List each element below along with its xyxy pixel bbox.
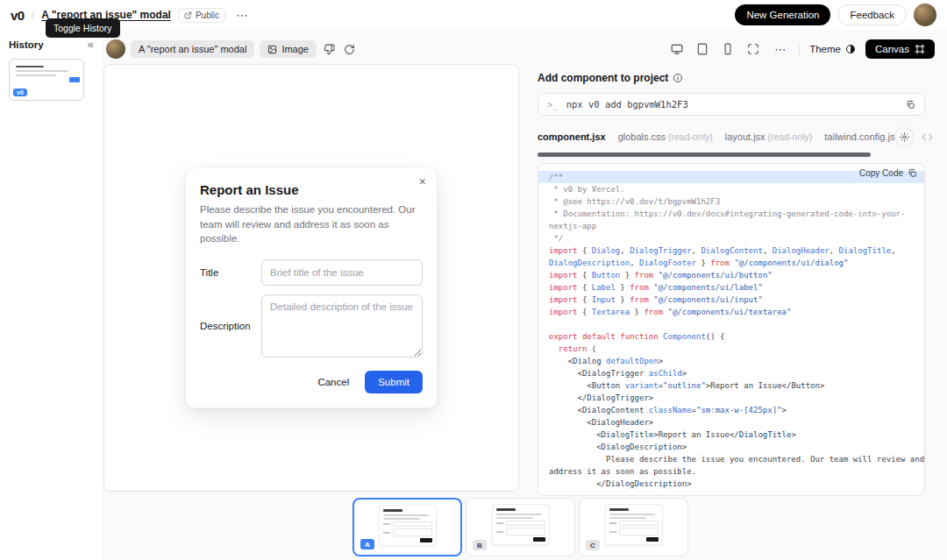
copy-command-button[interactable] [906,100,915,110]
thumbs-down-icon [324,44,335,55]
copy-code-label: Copy Code [859,168,903,178]
modal-title: Report an Issue [200,182,423,197]
theme-button[interactable]: Theme [809,44,856,54]
toolbar-more-button[interactable]: ⋯ [771,41,789,58]
tabs-scrollbar[interactable] [538,152,871,157]
workspace: A "report an issue" modal Image [103,30,947,560]
copy-code-button[interactable]: Copy Code [859,168,917,178]
phone-icon [722,43,734,55]
close-icon[interactable]: × [419,175,426,188]
report-issue-modal: × Report an Issue Please describe the is… [185,167,438,408]
add-component-heading: Add component to project [538,72,668,84]
code-icon [922,131,933,143]
gear-icon [900,132,909,142]
variant-c[interactable]: C [579,498,688,556]
variant-label-badge: A [360,539,374,549]
tablet-view-button[interactable] [694,41,710,57]
history-item[interactable]: v0 [9,59,84,101]
canvas-button[interactable]: Canvas [865,39,935,59]
title-input[interactable] [261,259,423,286]
visibility-badge[interactable]: Public [178,8,225,23]
info-icon[interactable] [673,73,683,83]
history-title: History [9,39,44,50]
history-preview-accent [69,77,80,82]
breadcrumb-separator: / [32,9,35,22]
title-label: Title [200,267,251,278]
prompt-chip[interactable]: A "report an issue" modal [131,40,254,58]
code-viewer: Copy Code /** * v0 by Vercel. * @see htt… [538,163,925,496]
submit-button[interactable]: Submit [365,371,423,393]
image-attachment-chip[interactable]: Image [260,40,317,58]
v0-logo[interactable]: v0 [11,8,25,23]
v0-app: v0 / A "report an issue" modal Public ⋯ … [0,0,947,560]
fullscreen-button[interactable] [745,41,761,57]
variants-row: ABC [352,498,688,556]
image-icon [267,45,277,54]
history-sidebar: History « v0 [0,30,103,560]
desktop-view-button[interactable] [669,41,685,57]
user-avatar[interactable] [914,4,936,26]
tab-component.jsx[interactable]: component.jsx [538,131,606,142]
collapse-sidebar-button[interactable]: « [88,38,94,51]
canvas-label: Canvas [875,44,909,54]
feedback-button[interactable]: Feedback [837,4,907,25]
new-generation-button[interactable]: New Generation [735,4,830,25]
description-textarea[interactable] [261,294,423,358]
variant-a[interactable]: A [352,498,462,556]
regenerate-button[interactable] [342,42,357,57]
variant-preview [605,504,663,545]
mobile-view-button[interactable] [720,41,736,57]
refresh-icon [344,44,355,55]
visibility-label: Public [196,11,219,20]
code-block[interactable]: /** * v0 by Vercel. * @see https://v0.de… [538,164,924,490]
variant-b[interactable]: B [466,498,575,556]
external-link-icon [184,11,192,19]
frame-icon [915,44,925,54]
tab-tailwind.config.js[interactable]: tailwind.config.js [824,131,894,142]
tab-globals.css[interactable]: globals.css (read-only) [618,131,713,142]
tablet-icon [696,43,708,55]
image-chip-label: Image [281,44,309,54]
code-tabs: component.jsxglobals.css (read-only)layo… [538,131,894,142]
canvas-toolbar: A "report an issue" modal Image [106,39,935,60]
toggle-history-tooltip: Toggle History [46,18,120,38]
code-panel: Add component to project >_ npx v0 add b… [538,72,925,496]
history-item-preview [16,66,77,79]
prompt-avatar[interactable] [106,39,125,59]
monitor-icon [671,43,683,55]
version-badge: v0 [13,89,27,96]
settings-button[interactable] [894,127,914,146]
install-command: npx v0 add bgpvmW1h2F3 [566,99,688,110]
toolbar-divider [799,43,800,55]
preview-canvas: × Report an Issue Please describe the is… [103,64,519,492]
cancel-button[interactable]: Cancel [307,371,360,393]
header-more-button[interactable]: ⋯ [232,7,251,24]
variant-label-badge: C [586,540,600,550]
variant-label-badge: B [473,540,487,550]
tab-layout.jsx[interactable]: layout.jsx (read-only) [725,131,813,142]
theme-icon [845,44,856,54]
copy-icon [908,168,917,178]
thumbs-down-button[interactable] [322,42,337,57]
app-header: v0 / A "report an issue" modal Public ⋯ … [0,0,947,30]
terminal-prompt-icon: >_ [547,99,559,110]
description-label: Description [200,321,251,331]
modal-description: Please describe the issue you encountere… [200,202,423,246]
code-view-toggle[interactable] [922,131,933,143]
install-command-box: >_ npx v0 add bgpvmW1h2F3 [538,93,925,116]
variant-preview [492,504,550,545]
variant-preview [379,505,437,546]
code-tabs-row: component.jsxglobals.css (read-only)layo… [538,127,925,146]
expand-icon [747,43,759,55]
theme-label: Theme [809,44,841,54]
copy-icon [906,100,915,110]
